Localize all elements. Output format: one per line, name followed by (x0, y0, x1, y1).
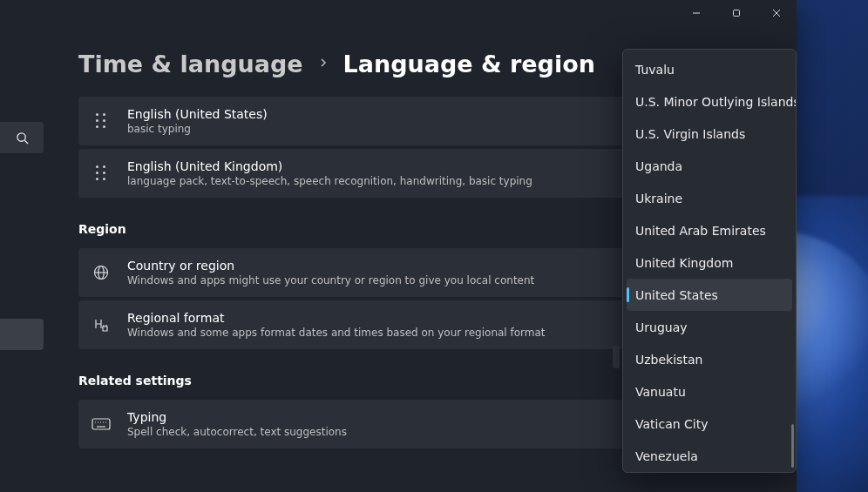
svg-rect-1 (734, 10, 740, 17)
chevron-right-icon (319, 57, 328, 72)
row-title: Regional format (127, 311, 546, 325)
close-button[interactable] (756, 0, 797, 26)
country-dropdown[interactable]: TuvaluU.S. Minor Outlying IslandsU.S. Vi… (622, 49, 797, 473)
dropdown-option[interactable]: United States (627, 279, 792, 311)
drag-handle-icon[interactable] (91, 163, 112, 184)
titlebar (0, 0, 797, 30)
drag-handle-icon[interactable] (91, 111, 112, 131)
breadcrumb-current: Language & region (343, 51, 595, 78)
row-subtitle: Windows and some apps format dates and t… (127, 327, 546, 339)
row-subtitle: Windows and apps might use your country … (127, 274, 534, 286)
svg-point-4 (17, 132, 24, 140)
language-name: English (United States) (127, 107, 268, 121)
svg-line-5 (24, 140, 28, 144)
regional-format-dropdown-edge[interactable] (613, 346, 620, 368)
search-button[interactable] (0, 122, 44, 153)
dropdown-option[interactable]: Vanuatu (623, 375, 796, 408)
dropdown-option[interactable]: Venezuela (623, 440, 796, 472)
regional-format-icon (91, 314, 112, 335)
language-features: language pack, text-to-speech, speech re… (127, 175, 532, 187)
left-rail (0, 122, 45, 350)
dropdown-option[interactable]: Uganda (623, 150, 796, 182)
dropdown-option[interactable]: Ukraine (623, 182, 796, 214)
minimize-button[interactable] (676, 0, 716, 26)
settings-window: Time & language Language & region Englis… (0, 0, 797, 492)
svg-rect-9 (92, 419, 110, 429)
row-subtitle: Spell check, autocorrect, text suggestio… (127, 426, 347, 438)
dropdown-option[interactable]: United Kingdom (623, 246, 796, 279)
dropdown-option[interactable]: Uruguay (623, 311, 796, 343)
globe-icon (91, 262, 112, 283)
dropdown-option[interactable]: Tuvalu (623, 53, 796, 85)
maximize-button[interactable] (716, 0, 756, 26)
nav-selected-indicator[interactable] (0, 319, 44, 350)
dropdown-option[interactable]: United Arab Emirates (623, 214, 796, 246)
keyboard-icon (91, 414, 112, 435)
language-name: English (United Kingdom) (127, 159, 532, 173)
dropdown-option[interactable]: U.S. Virgin Islands (623, 118, 796, 150)
row-title: Country or region (127, 259, 534, 273)
dropdown-option[interactable]: U.S. Minor Outlying Islands (623, 85, 796, 118)
breadcrumb-parent[interactable]: Time & language (78, 51, 303, 78)
dropdown-scrollbar-thumb[interactable] (791, 424, 794, 468)
dropdown-option[interactable]: Vatican City (623, 408, 796, 440)
row-title: Typing (127, 410, 347, 424)
dropdown-option[interactable]: Uzbekistan (623, 343, 796, 375)
language-features: basic typing (127, 123, 268, 135)
